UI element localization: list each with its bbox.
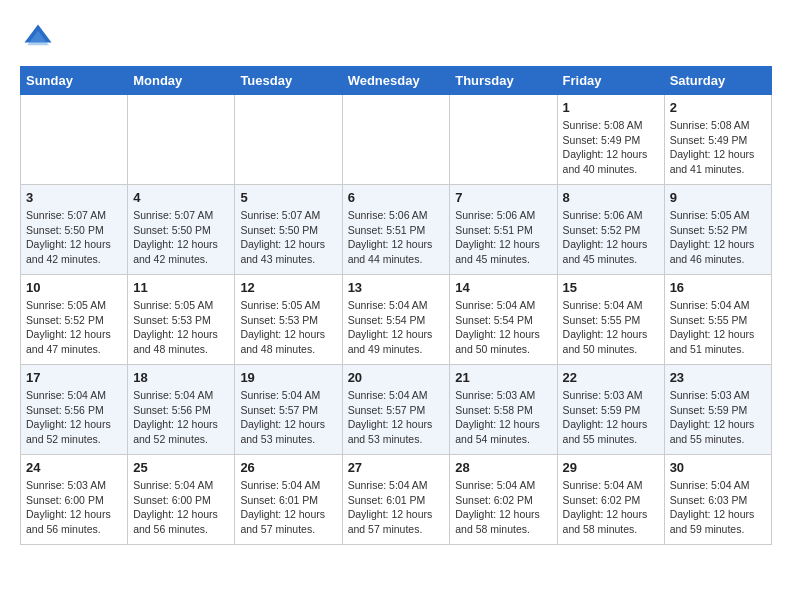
day-number: 12 [240, 280, 336, 295]
day-info: Sunrise: 5:04 AM Sunset: 6:01 PM Dayligh… [240, 478, 336, 537]
calendar-week-2: 3Sunrise: 5:07 AM Sunset: 5:50 PM Daylig… [21, 185, 772, 275]
weekday-header-wednesday: Wednesday [342, 67, 450, 95]
calendar-cell: 16Sunrise: 5:04 AM Sunset: 5:55 PM Dayli… [664, 275, 771, 365]
day-info: Sunrise: 5:05 AM Sunset: 5:53 PM Dayligh… [240, 298, 336, 357]
day-number: 5 [240, 190, 336, 205]
calendar-cell: 3Sunrise: 5:07 AM Sunset: 5:50 PM Daylig… [21, 185, 128, 275]
day-info: Sunrise: 5:04 AM Sunset: 5:56 PM Dayligh… [133, 388, 229, 447]
day-number: 23 [670, 370, 766, 385]
day-number: 17 [26, 370, 122, 385]
day-number: 29 [563, 460, 659, 475]
day-info: Sunrise: 5:04 AM Sunset: 5:57 PM Dayligh… [240, 388, 336, 447]
day-info: Sunrise: 5:03 AM Sunset: 6:00 PM Dayligh… [26, 478, 122, 537]
calendar-week-1: 1Sunrise: 5:08 AM Sunset: 5:49 PM Daylig… [21, 95, 772, 185]
day-info: Sunrise: 5:04 AM Sunset: 6:02 PM Dayligh… [563, 478, 659, 537]
day-info: Sunrise: 5:07 AM Sunset: 5:50 PM Dayligh… [133, 208, 229, 267]
calendar-cell: 28Sunrise: 5:04 AM Sunset: 6:02 PM Dayli… [450, 455, 557, 545]
calendar-cell: 26Sunrise: 5:04 AM Sunset: 6:01 PM Dayli… [235, 455, 342, 545]
calendar-cell: 8Sunrise: 5:06 AM Sunset: 5:52 PM Daylig… [557, 185, 664, 275]
calendar-cell [450, 95, 557, 185]
day-number: 9 [670, 190, 766, 205]
day-info: Sunrise: 5:03 AM Sunset: 5:59 PM Dayligh… [563, 388, 659, 447]
day-info: Sunrise: 5:04 AM Sunset: 5:55 PM Dayligh… [563, 298, 659, 357]
day-number: 10 [26, 280, 122, 295]
day-info: Sunrise: 5:03 AM Sunset: 5:59 PM Dayligh… [670, 388, 766, 447]
day-info: Sunrise: 5:04 AM Sunset: 6:02 PM Dayligh… [455, 478, 551, 537]
calendar-cell: 17Sunrise: 5:04 AM Sunset: 5:56 PM Dayli… [21, 365, 128, 455]
day-info: Sunrise: 5:05 AM Sunset: 5:52 PM Dayligh… [670, 208, 766, 267]
page-header [20, 20, 772, 56]
day-info: Sunrise: 5:06 AM Sunset: 5:51 PM Dayligh… [348, 208, 445, 267]
day-info: Sunrise: 5:07 AM Sunset: 5:50 PM Dayligh… [240, 208, 336, 267]
day-info: Sunrise: 5:04 AM Sunset: 5:56 PM Dayligh… [26, 388, 122, 447]
calendar-cell: 19Sunrise: 5:04 AM Sunset: 5:57 PM Dayli… [235, 365, 342, 455]
day-number: 21 [455, 370, 551, 385]
day-number: 24 [26, 460, 122, 475]
day-info: Sunrise: 5:04 AM Sunset: 6:00 PM Dayligh… [133, 478, 229, 537]
day-number: 27 [348, 460, 445, 475]
day-info: Sunrise: 5:04 AM Sunset: 6:03 PM Dayligh… [670, 478, 766, 537]
calendar-cell: 27Sunrise: 5:04 AM Sunset: 6:01 PM Dayli… [342, 455, 450, 545]
day-number: 1 [563, 100, 659, 115]
day-info: Sunrise: 5:05 AM Sunset: 5:52 PM Dayligh… [26, 298, 122, 357]
day-info: Sunrise: 5:07 AM Sunset: 5:50 PM Dayligh… [26, 208, 122, 267]
calendar-cell: 20Sunrise: 5:04 AM Sunset: 5:57 PM Dayli… [342, 365, 450, 455]
day-info: Sunrise: 5:03 AM Sunset: 5:58 PM Dayligh… [455, 388, 551, 447]
calendar-cell: 11Sunrise: 5:05 AM Sunset: 5:53 PM Dayli… [128, 275, 235, 365]
calendar-cell: 10Sunrise: 5:05 AM Sunset: 5:52 PM Dayli… [21, 275, 128, 365]
weekday-header-monday: Monday [128, 67, 235, 95]
weekday-header-thursday: Thursday [450, 67, 557, 95]
calendar-cell: 1Sunrise: 5:08 AM Sunset: 5:49 PM Daylig… [557, 95, 664, 185]
calendar-cell: 6Sunrise: 5:06 AM Sunset: 5:51 PM Daylig… [342, 185, 450, 275]
day-number: 4 [133, 190, 229, 205]
day-info: Sunrise: 5:04 AM Sunset: 5:55 PM Dayligh… [670, 298, 766, 357]
calendar-cell: 24Sunrise: 5:03 AM Sunset: 6:00 PM Dayli… [21, 455, 128, 545]
logo [20, 20, 62, 56]
calendar-cell [235, 95, 342, 185]
calendar-cell: 13Sunrise: 5:04 AM Sunset: 5:54 PM Dayli… [342, 275, 450, 365]
day-info: Sunrise: 5:08 AM Sunset: 5:49 PM Dayligh… [563, 118, 659, 177]
weekday-header-tuesday: Tuesday [235, 67, 342, 95]
calendar-cell: 4Sunrise: 5:07 AM Sunset: 5:50 PM Daylig… [128, 185, 235, 275]
day-number: 6 [348, 190, 445, 205]
calendar-cell: 29Sunrise: 5:04 AM Sunset: 6:02 PM Dayli… [557, 455, 664, 545]
day-number: 25 [133, 460, 229, 475]
day-number: 30 [670, 460, 766, 475]
day-info: Sunrise: 5:08 AM Sunset: 5:49 PM Dayligh… [670, 118, 766, 177]
day-info: Sunrise: 5:06 AM Sunset: 5:51 PM Dayligh… [455, 208, 551, 267]
day-info: Sunrise: 5:04 AM Sunset: 5:54 PM Dayligh… [455, 298, 551, 357]
day-number: 20 [348, 370, 445, 385]
weekday-header-row: SundayMondayTuesdayWednesdayThursdayFrid… [21, 67, 772, 95]
calendar-cell [21, 95, 128, 185]
calendar-cell: 9Sunrise: 5:05 AM Sunset: 5:52 PM Daylig… [664, 185, 771, 275]
day-number: 13 [348, 280, 445, 295]
calendar-cell: 18Sunrise: 5:04 AM Sunset: 5:56 PM Dayli… [128, 365, 235, 455]
day-number: 22 [563, 370, 659, 385]
calendar-cell: 23Sunrise: 5:03 AM Sunset: 5:59 PM Dayli… [664, 365, 771, 455]
day-number: 3 [26, 190, 122, 205]
day-info: Sunrise: 5:06 AM Sunset: 5:52 PM Dayligh… [563, 208, 659, 267]
calendar-cell: 2Sunrise: 5:08 AM Sunset: 5:49 PM Daylig… [664, 95, 771, 185]
calendar-cell: 22Sunrise: 5:03 AM Sunset: 5:59 PM Dayli… [557, 365, 664, 455]
calendar-week-5: 24Sunrise: 5:03 AM Sunset: 6:00 PM Dayli… [21, 455, 772, 545]
calendar-cell: 30Sunrise: 5:04 AM Sunset: 6:03 PM Dayli… [664, 455, 771, 545]
day-number: 19 [240, 370, 336, 385]
day-info: Sunrise: 5:05 AM Sunset: 5:53 PM Dayligh… [133, 298, 229, 357]
logo-icon [20, 20, 56, 56]
day-info: Sunrise: 5:04 AM Sunset: 5:54 PM Dayligh… [348, 298, 445, 357]
day-number: 14 [455, 280, 551, 295]
day-number: 2 [670, 100, 766, 115]
calendar-week-3: 10Sunrise: 5:05 AM Sunset: 5:52 PM Dayli… [21, 275, 772, 365]
calendar-cell: 15Sunrise: 5:04 AM Sunset: 5:55 PM Dayli… [557, 275, 664, 365]
day-number: 26 [240, 460, 336, 475]
calendar-cell [342, 95, 450, 185]
calendar-cell: 7Sunrise: 5:06 AM Sunset: 5:51 PM Daylig… [450, 185, 557, 275]
day-number: 7 [455, 190, 551, 205]
weekday-header-saturday: Saturday [664, 67, 771, 95]
day-info: Sunrise: 5:04 AM Sunset: 5:57 PM Dayligh… [348, 388, 445, 447]
day-number: 16 [670, 280, 766, 295]
calendar-cell: 12Sunrise: 5:05 AM Sunset: 5:53 PM Dayli… [235, 275, 342, 365]
calendar-cell: 25Sunrise: 5:04 AM Sunset: 6:00 PM Dayli… [128, 455, 235, 545]
weekday-header-sunday: Sunday [21, 67, 128, 95]
calendar-cell: 21Sunrise: 5:03 AM Sunset: 5:58 PM Dayli… [450, 365, 557, 455]
